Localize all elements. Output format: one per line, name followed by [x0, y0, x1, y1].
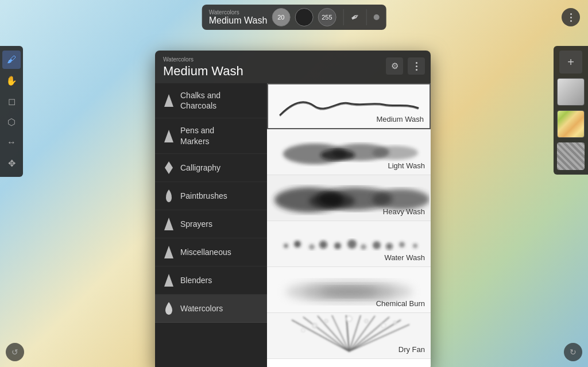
brush-chemical-burn[interactable]: Chemical Burn [267, 267, 431, 313]
svg-point-26 [320, 286, 378, 298]
category-list: Chalks andCharcoals Pens andMarkers Call… [155, 83, 267, 367]
svg-point-7 [372, 146, 418, 160]
panel-title: Medium Wash [163, 64, 423, 79]
toolbar-brush-name: Medium Wash [209, 16, 268, 26]
right-panel: + [554, 46, 588, 175]
svg-point-42 [381, 323, 386, 328]
heavy-wash-label: Heavy Wash [383, 207, 425, 216]
brush-info: Watercolors Medium Wash [209, 9, 268, 26]
category-blenders[interactable]: Blenders [155, 266, 267, 295]
category-sprayers[interactable]: Sprayers [155, 210, 267, 238]
svg-marker-4 [164, 274, 173, 287]
svg-point-15 [309, 244, 315, 250]
top-menu-button[interactable] [562, 8, 580, 26]
svg-line-29 [318, 316, 349, 351]
left-toolbar: 🖌 ✋ ◻ ⬡ ↔ ✥ [0, 46, 23, 177]
svg-point-38 [301, 329, 305, 332]
top-toolbar: Watercolors Medium Wash 20 255 ✒ [202, 5, 386, 30]
svg-point-11 [372, 189, 430, 210]
size-value: 20 [277, 14, 284, 21]
paint-tool[interactable]: 🖌 [2, 51, 21, 69]
layer-thumb-1[interactable] [557, 78, 585, 106]
bottom-left-btn[interactable]: ↺ [6, 343, 24, 361]
category-paintbrushes[interactable]: Paintbrushes [155, 182, 267, 210]
brush-light-wash[interactable]: Light Wash [267, 129, 431, 175]
brush-dry-fan[interactable]: Dry Fan [267, 313, 431, 359]
select-tool[interactable]: ⬡ [2, 113, 21, 131]
opacity-control[interactable]: 255 [318, 8, 336, 26]
brush-panel: Watercolors Medium Wash ⚙ Chalks an [155, 51, 431, 367]
three-dot-icon [570, 13, 572, 22]
toolbar-category: Watercolors [209, 9, 268, 16]
watercolors-icon [163, 302, 175, 315]
add-layer-button[interactable]: + [559, 51, 582, 74]
svg-point-18 [347, 239, 357, 249]
opacity-value: 255 [322, 14, 332, 21]
svg-point-16 [319, 241, 327, 249]
svg-point-40 [346, 316, 352, 322]
chalks-icon [163, 94, 175, 107]
svg-marker-1 [164, 130, 173, 142]
panel-menu-button[interactable] [408, 57, 425, 75]
svg-point-12 [309, 193, 355, 209]
light-wash-label: Light Wash [388, 161, 425, 170]
move-tool[interactable]: ✥ [2, 154, 21, 172]
blenders-icon [163, 273, 175, 287]
category-calligraphy[interactable]: Calligraphy [155, 154, 267, 182]
paintbrushes-label: Paintbrushes [180, 191, 227, 201]
dry-fan-label: Dry Fan [399, 345, 425, 354]
svg-point-17 [334, 242, 341, 249]
texture-swatch[interactable] [557, 142, 585, 170]
svg-point-39 [324, 319, 328, 323]
svg-point-22 [399, 242, 405, 248]
color-dot [373, 14, 379, 20]
medium-wash-label: Medium Wash [376, 115, 424, 123]
category-pens[interactable]: Pens andMarkers [155, 118, 267, 153]
svg-point-13 [284, 244, 288, 248]
miscellaneous-icon [163, 245, 175, 259]
pens-label: Pens andMarkers [180, 125, 214, 146]
bottom-right-btn[interactable]: ↻ [564, 343, 582, 361]
divider2 [366, 9, 366, 25]
svg-point-21 [386, 243, 393, 250]
settings-button[interactable]: ⚙ [386, 57, 403, 75]
sprayers-icon [163, 217, 175, 231]
erase-tool[interactable]: ◻ [2, 92, 21, 110]
panel-body: Chalks andCharcoals Pens andMarkers Call… [155, 83, 431, 367]
brush-medium-wash[interactable]: Medium Wash [267, 83, 431, 129]
panel-header-icons: ⚙ [386, 57, 425, 75]
chalks-label: Chalks andCharcoals [180, 90, 220, 111]
svg-marker-0 [164, 94, 173, 107]
category-chalks[interactable]: Chalks andCharcoals [155, 83, 267, 118]
svg-marker-2 [164, 218, 173, 230]
svg-point-14 [294, 241, 301, 248]
size-control[interactable]: 20 [272, 8, 290, 26]
panel-header: Watercolors Medium Wash ⚙ [155, 51, 431, 83]
svg-point-41 [365, 319, 368, 323]
svg-point-20 [373, 241, 381, 249]
blenders-label: Blenders [180, 275, 212, 285]
svg-point-8 [320, 149, 355, 161]
miscellaneous-label: Miscellaneous [180, 247, 231, 257]
svg-line-34 [349, 317, 389, 351]
calligraphy-label: Calligraphy [180, 163, 220, 173]
pen-icon: ✒ [348, 10, 362, 25]
divider [343, 9, 343, 25]
calligraphy-icon [163, 161, 175, 175]
sprayers-label: Sprayers [180, 219, 212, 229]
svg-line-35 [349, 320, 401, 351]
transform-tool[interactable]: ↔ [2, 133, 21, 152]
smudge-tool[interactable]: ✋ [2, 71, 21, 90]
category-miscellaneous[interactable]: Miscellaneous [155, 238, 267, 266]
panel-three-dot-icon [416, 62, 417, 71]
chemical-burn-label: Chemical Burn [376, 299, 425, 308]
color-circle[interactable] [295, 8, 313, 26]
svg-point-19 [361, 244, 366, 250]
gear-icon: ⚙ [391, 61, 399, 71]
brush-water-wash[interactable]: Water Wash [267, 221, 431, 267]
category-watercolors[interactable]: Watercolors [155, 295, 267, 323]
svg-point-23 [413, 244, 417, 248]
paintbrushes-icon [163, 189, 175, 203]
brush-heavy-wash[interactable]: Heavy Wash [267, 175, 431, 221]
layer-thumb-2[interactable] [557, 110, 585, 138]
